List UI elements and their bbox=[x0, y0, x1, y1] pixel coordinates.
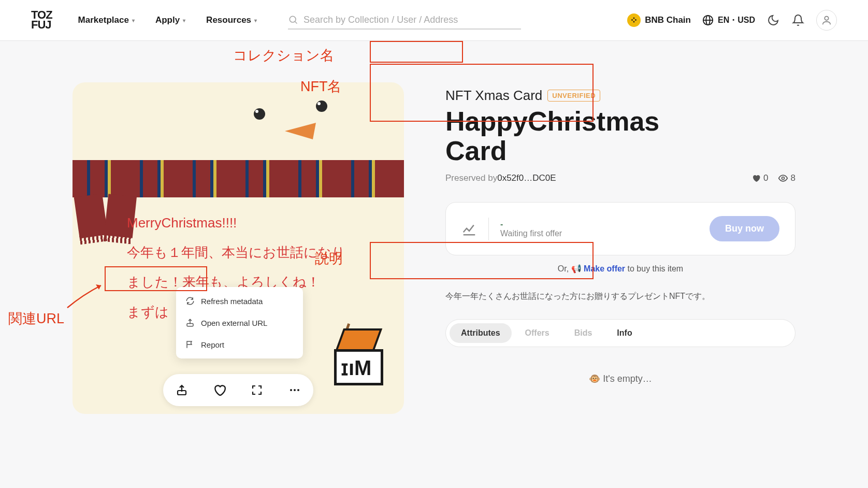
tab-attributes[interactable]: Attributes bbox=[450, 323, 512, 343]
heart-icon bbox=[751, 174, 761, 183]
svg-point-0 bbox=[290, 16, 296, 22]
tab-offers[interactable]: Offers bbox=[514, 323, 561, 343]
main: MerryChristmas!!!! 今年も１年間、本当にお世話になり ました！… bbox=[0, 41, 868, 414]
tab-info[interactable]: Info bbox=[605, 323, 643, 343]
expand-icon bbox=[251, 384, 263, 396]
header: TOZ FUJ Marketplace▾ Apply▾ Resources▾ B… bbox=[0, 0, 868, 41]
nft-details: NFT Xmas Card UNVERIFIED HappyChristmasC… bbox=[445, 82, 795, 414]
detail-tabs: Attributes Offers Bids Info bbox=[445, 319, 795, 347]
nft-image-panel: MerryChristmas!!!! 今年も１年間、本当にお世話になり ました！… bbox=[73, 82, 404, 414]
more-button[interactable] bbox=[288, 383, 301, 397]
chevron-down-icon: ▾ bbox=[183, 18, 185, 23]
make-offer-row: Or, 📢 Make offer to buy this item bbox=[445, 264, 795, 274]
make-offer-link[interactable]: Make offer bbox=[584, 264, 625, 273]
like-button[interactable] bbox=[213, 383, 226, 397]
bell-icon bbox=[792, 14, 804, 26]
context-menu: Refresh metadata Open external URL Repor… bbox=[176, 287, 303, 358]
ctx-refresh-metadata[interactable]: Refresh metadata bbox=[176, 290, 303, 312]
owner-address[interactable]: 0x52f0…DC0E bbox=[497, 173, 556, 183]
unverified-badge: UNVERIFIED bbox=[547, 90, 600, 102]
search-wrap[interactable] bbox=[288, 11, 521, 30]
notifications[interactable] bbox=[791, 13, 805, 27]
refresh-icon bbox=[185, 296, 195, 306]
buy-now-button[interactable]: Buy now bbox=[710, 216, 779, 241]
tab-bids[interactable]: Bids bbox=[563, 323, 604, 343]
search-input[interactable] bbox=[303, 15, 521, 25]
nav-resources[interactable]: Resources▾ bbox=[206, 15, 257, 25]
nft-description: 今年一年たくさんお世話になった方にお贈りするプレゼントNFTです。 bbox=[445, 289, 795, 303]
nav: Marketplace▾ Apply▾ Resources▾ bbox=[78, 15, 257, 25]
locale-selector[interactable]: EN・USD bbox=[702, 15, 755, 26]
meta-row: Preserved by 0x52f0…DC0E 0 8 bbox=[445, 173, 795, 183]
scarf bbox=[73, 160, 404, 197]
preserved-by-label: Preserved by bbox=[445, 173, 497, 183]
theme-toggle[interactable] bbox=[766, 13, 780, 27]
ctx-report[interactable]: Report bbox=[176, 334, 303, 355]
search-icon bbox=[288, 15, 298, 25]
logo-line2: FUJ bbox=[31, 20, 52, 30]
bnb-icon bbox=[627, 13, 641, 27]
heart-icon bbox=[213, 383, 226, 397]
nft-title: HappyChristmasCard bbox=[445, 107, 668, 166]
user-icon bbox=[821, 15, 832, 26]
svg-point-9 bbox=[290, 389, 292, 391]
profile-avatar[interactable] bbox=[816, 10, 837, 31]
svg-point-12 bbox=[782, 177, 784, 180]
price-info: - Waiting first offer bbox=[500, 220, 562, 238]
chart-icon bbox=[461, 221, 477, 237]
external-link-icon bbox=[185, 318, 195, 327]
snowman-eye bbox=[316, 101, 327, 112]
flag-icon bbox=[185, 340, 195, 349]
fullscreen-button[interactable] bbox=[250, 383, 264, 397]
dots-icon bbox=[288, 384, 301, 396]
svg-line-1 bbox=[295, 22, 297, 24]
svg-point-11 bbox=[297, 389, 299, 391]
annotation-url-label: 関連URL bbox=[8, 309, 64, 328]
svg-point-10 bbox=[294, 389, 296, 391]
waiting-label: Waiting first offer bbox=[500, 229, 562, 238]
globe-icon bbox=[702, 15, 714, 26]
chevron-down-icon: ▾ bbox=[132, 18, 135, 23]
logo[interactable]: TOZ FUJ bbox=[31, 10, 52, 30]
header-right: BNB Chain EN・USD bbox=[627, 10, 837, 31]
share-button[interactable] bbox=[175, 383, 189, 397]
svg-text:ɪıM: ɪıM bbox=[341, 356, 371, 379]
likes-count[interactable]: 0 bbox=[751, 173, 768, 183]
annotation-collection-label: コレクション名 bbox=[233, 46, 334, 65]
moon-icon bbox=[767, 14, 779, 26]
annotation-collection-box bbox=[370, 41, 463, 63]
nav-marketplace[interactable]: Marketplace▾ bbox=[78, 15, 135, 25]
collection-name[interactable]: NFT Xmas Card bbox=[445, 88, 542, 104]
chain-selector[interactable]: BNB Chain bbox=[627, 13, 691, 27]
snowman-nose bbox=[285, 123, 316, 143]
megaphone-icon: 📢 bbox=[571, 264, 584, 273]
eye-icon bbox=[778, 173, 788, 183]
nav-apply[interactable]: Apply▾ bbox=[155, 15, 185, 25]
snowman-eye bbox=[254, 108, 265, 120]
views-count: 8 bbox=[778, 173, 795, 183]
scarf-tail bbox=[74, 194, 108, 239]
cube-logo: ɪıM bbox=[329, 328, 388, 388]
svg-point-5 bbox=[824, 17, 828, 20]
ctx-open-external-url[interactable]: Open external URL bbox=[176, 312, 303, 334]
empty-state: 🐵 It's empty… bbox=[445, 373, 795, 384]
image-action-bar bbox=[163, 374, 313, 406]
chevron-down-icon: ▾ bbox=[254, 18, 257, 23]
share-icon bbox=[176, 384, 188, 396]
price-value: - bbox=[500, 220, 562, 229]
buy-box: - Waiting first offer Buy now bbox=[445, 202, 795, 255]
nft-image[interactable]: MerryChristmas!!!! 今年も１年間、本当にお世話になり ました！… bbox=[73, 82, 404, 414]
svg-rect-7 bbox=[187, 324, 193, 326]
